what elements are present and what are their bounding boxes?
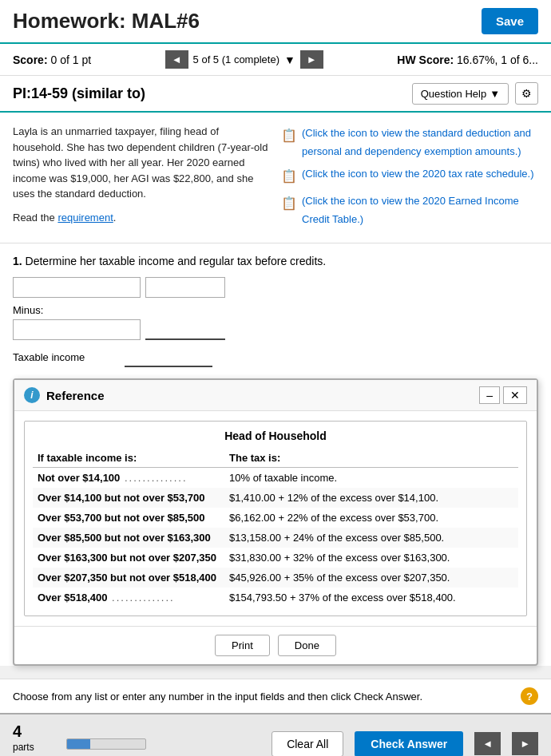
question-id: PI:14-59 (similar to) xyxy=(13,85,145,102)
col1-header: If taxable income is: xyxy=(33,449,224,468)
main-content: Layla is an unmarried taxpayer, filing h… xyxy=(0,113,551,666)
tax-cell: $6,162.00 + 22% of the excess over $53,7… xyxy=(224,508,518,528)
ref-link-1[interactable]: 📋 (Click the icon to view the standard d… xyxy=(281,124,538,161)
income-cell: Over $518,400 .............. xyxy=(33,588,224,608)
question-section: 1. Determine her taxable income and regu… xyxy=(0,243,551,378)
doc-icon-2: 📋 xyxy=(281,165,297,188)
table-row: Over $53,700 but not over $85,500$6,162.… xyxy=(33,508,518,528)
tax-cell: $45,926.00 + 35% of the excess over $207… xyxy=(224,568,518,588)
income-cell: Over $53,700 but not over $85,500 xyxy=(33,508,224,528)
table-row: Over $14,100 but not over $53,700$1,410.… xyxy=(33,488,518,508)
income-cell: Not over $14,100 .............. xyxy=(33,468,224,489)
tax-table-title: Head of Household xyxy=(33,429,518,442)
problem-area: Layla is an unmarried taxpayer, filing h… xyxy=(0,113,551,243)
parts-number: 4 xyxy=(13,721,55,742)
progress-bar-container xyxy=(66,738,146,750)
problem-refs: 📋 (Click the icon to view the standard d… xyxy=(281,124,538,232)
parts-label: parts remaining xyxy=(13,742,55,756)
modal-header: i Reference – ✕ xyxy=(14,380,537,411)
requirement-link[interactable]: requirement xyxy=(57,212,113,224)
table-row: Over $163,300 but not over $207,350$31,8… xyxy=(33,548,518,568)
page-header: Homework: MAL#6 Save xyxy=(0,0,551,44)
next-question-button[interactable]: ► xyxy=(300,50,323,69)
save-button[interactable]: Save xyxy=(482,8,538,34)
reference-modal: i Reference – ✕ Head of Household If tax… xyxy=(13,378,538,666)
col2-header: The tax is: xyxy=(224,449,518,468)
income-input-row xyxy=(13,277,538,298)
nav-bar: Score: 0 of 1 pt ◄ 5 of 5 (1 complete) ▼… xyxy=(0,44,551,76)
footer-next-button[interactable]: ► xyxy=(512,732,538,755)
taxable-income-label: Taxable income xyxy=(13,351,125,363)
tax-cell: $31,830.00 + 32% of the excess over $163… xyxy=(224,548,518,568)
clear-all-button[interactable]: Clear All xyxy=(272,731,343,756)
income-cell: Over $207,350 but not over $518,400 xyxy=(33,568,224,588)
progress-bar-fill xyxy=(67,739,90,749)
tax-cell: 10% of taxable income. xyxy=(224,468,518,489)
prev-question-button[interactable]: ◄ xyxy=(165,50,188,69)
nav-center: ◄ 5 of 5 (1 complete) ▼ ► xyxy=(165,50,323,69)
help-circle-button[interactable]: ? xyxy=(521,687,538,705)
table-row: Not over $14,100 ..............10% of ta… xyxy=(33,468,518,489)
modal-footer: Print Done xyxy=(14,626,537,664)
page-title: Homework: MAL#6 xyxy=(13,9,200,34)
income-field-1[interactable] xyxy=(13,277,141,298)
ref-link-2[interactable]: 📋 (Click the icon to view the 2020 tax r… xyxy=(281,164,538,188)
problem-text: Layla is an unmarried taxpayer, filing h… xyxy=(13,124,270,232)
minus-field-1[interactable] xyxy=(13,319,141,340)
progress-dropdown-icon[interactable]: ▼ xyxy=(284,53,295,66)
tax-cell: $1,410.00 + 12% of the excess over $14,1… xyxy=(224,488,518,508)
income-cell: Over $14,100 but not over $53,700 xyxy=(33,488,224,508)
question-help-button[interactable]: Question Help ▼ xyxy=(412,83,509,105)
minus-field-2[interactable] xyxy=(145,319,225,340)
footer-prev-button[interactable]: ◄ xyxy=(474,732,501,755)
parts-remaining: 4 parts remaining xyxy=(13,721,55,756)
score-text: Score: 0 of 1 pt xyxy=(13,53,91,66)
table-row: Over $518,400 ..............$154,793.50 … xyxy=(33,588,518,608)
doc-icon-3: 📋 xyxy=(281,192,297,216)
table-row: Over $207,350 but not over $518,400$45,9… xyxy=(33,568,518,588)
modal-minimize-button[interactable]: – xyxy=(479,386,500,404)
taxable-income-row: Taxable income xyxy=(13,346,538,367)
tax-table-container: Head of Household If taxable income is: … xyxy=(24,421,527,616)
bottom-message-text: Choose from any list or enter any number… xyxy=(13,691,422,703)
done-button[interactable]: Done xyxy=(278,635,336,656)
income-field-2[interactable] xyxy=(145,277,225,298)
info-icon: i xyxy=(24,387,40,403)
tax-cell: $13,158.00 + 24% of the excess over $85,… xyxy=(224,528,518,548)
minus-input-row xyxy=(13,319,538,340)
income-cell: Over $85,500 but not over $163,300 xyxy=(33,528,224,548)
hw-score: HW Score: 16.67%, 1 of 6... xyxy=(397,53,538,66)
tax-table: If taxable income is: The tax is: Not ov… xyxy=(33,449,518,608)
nav-progress: 5 of 5 (1 complete) xyxy=(193,53,279,65)
modal-title: Reference xyxy=(46,389,105,402)
settings-button[interactable]: ⚙ xyxy=(515,82,538,105)
modal-close-button[interactable]: ✕ xyxy=(503,386,527,404)
ref-link-3[interactable]: 📋 (Click the icon to view the 2020 Earne… xyxy=(281,192,538,229)
question-text: 1. Determine her taxable income and regu… xyxy=(13,255,538,267)
print-button[interactable]: Print xyxy=(215,635,270,656)
bottom-message-bar: Choose from any list or enter any number… xyxy=(0,679,551,713)
table-row: Over $85,500 but not over $163,300$13,15… xyxy=(33,528,518,548)
taxable-income-field[interactable] xyxy=(125,346,212,367)
doc-icon-1: 📋 xyxy=(281,125,297,148)
minus-label: Minus: xyxy=(13,304,538,316)
income-cell: Over $163,300 but not over $207,350 xyxy=(33,548,224,568)
question-bar: PI:14-59 (similar to) Question Help ▼ ⚙ xyxy=(0,76,551,113)
footer-bar: 4 parts remaining Clear All Check Answer… xyxy=(0,713,551,756)
tax-cell: $154,793.50 + 37% of the excess over $51… xyxy=(224,588,518,608)
check-answer-button[interactable]: Check Answer xyxy=(355,731,463,756)
